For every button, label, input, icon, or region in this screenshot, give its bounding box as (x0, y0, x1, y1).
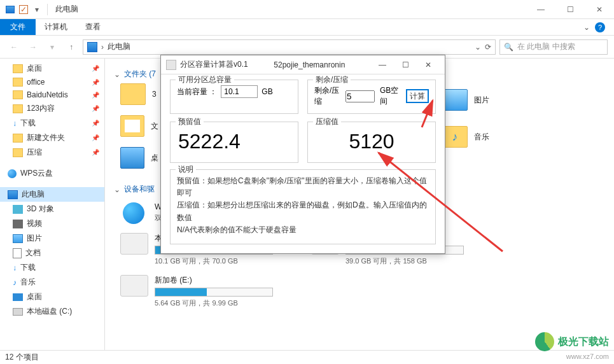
sidebar-item-video[interactable]: 视频 (0, 216, 104, 231)
sidebar-item-desktop2[interactable]: 桌面 (0, 290, 104, 304)
breadcrumb-segment[interactable]: 此电脑 (108, 41, 130, 52)
folder-label: 桌 (151, 153, 158, 164)
desktop-icon (13, 293, 23, 301)
music-folder-icon: ♪ (442, 126, 468, 148)
sidebar-item-download2[interactable]: ↓下载 (0, 260, 104, 275)
minimize-button[interactable]: — (371, 56, 394, 74)
sidebar-item-pictures[interactable]: 图片 (0, 231, 104, 246)
calculate-button[interactable]: 计算 (406, 89, 429, 103)
sidebar-item-label: 图片 (27, 233, 42, 244)
view-tab[interactable]: 查看 (76, 19, 109, 35)
dialog-titlebar[interactable]: 分区容量计算器v0.1 52pojie_themanronin — ☐ ✕ (161, 55, 445, 74)
ribbon-right: ⌄ ? (583, 19, 614, 35)
chevron-right-icon[interactable]: › (101, 43, 104, 52)
pin-icon: 📌 (92, 149, 99, 156)
divider (47, 4, 48, 15)
sidebar-item-label: 下载 (20, 262, 36, 273)
download-icon: ↓ (13, 263, 17, 272)
watermark-url: www.xz7.com (566, 353, 609, 360)
folder-label: 文 (151, 121, 158, 132)
maximize-button[interactable]: ☐ (394, 56, 417, 74)
device-name: 新加卷 (E:) (155, 275, 273, 286)
sidebar-item-drive-c[interactable]: 本地磁盘 (C:) (0, 304, 104, 319)
folder-label: 音乐 (474, 132, 489, 143)
folder-icon (13, 90, 23, 99)
sidebar-item-office[interactable]: office📌 (0, 76, 104, 88)
sidebar-item-baidu[interactable]: BaiduNetdis📌 (0, 88, 104, 101)
remain-compress-fieldset: 剩余/压缩 剩余/压缩 GB空间 计算 (307, 80, 436, 114)
status-bar: 12 个项目 (0, 350, 614, 364)
window-controls: — ☐ ✕ (526, 0, 614, 19)
history-dropdown[interactable]: ▾ (45, 39, 60, 55)
nav-sidebar: 桌面📌 office📌 BaiduNetdis📌 123内容📌 ↓下载📌 新建文… (0, 59, 105, 350)
device-sub: 39.0 GB 可用，共 158 GB (345, 256, 464, 266)
sidebar-item-desktop[interactable]: 桌面📌 (0, 61, 104, 76)
sidebar-item-label: 此电脑 (22, 189, 45, 200)
sidebar-item-downloads[interactable]: ↓下载📌 (0, 116, 104, 130)
drive-icon (13, 308, 23, 316)
dialog-subtitle: 52pojie_themanronin (248, 60, 371, 69)
folder-item[interactable]: 桌 (120, 147, 158, 169)
current-capacity-input[interactable] (221, 85, 258, 98)
forward-button[interactable]: → (25, 39, 41, 55)
partition-calculator-dialog: 分区容量计算器v0.1 52pojie_themanronin — ☐ ✕ 可用… (160, 55, 445, 254)
fieldset-legend: 预留值 (176, 116, 204, 127)
remain-compress-input[interactable] (345, 90, 375, 102)
sidebar-item-label: 下载 (20, 118, 36, 129)
expand-ribbon-icon[interactable]: ⌄ (583, 23, 590, 32)
picture-icon (13, 234, 23, 243)
wps-icon (8, 169, 17, 178)
pin-icon: 📌 (92, 134, 99, 141)
checkbox-icon[interactable]: ✓ (19, 5, 28, 14)
notes-fieldset: 说明 预留值：如果想给C盘剩余"剩余/压缩"里面的容量大小，压缩卷输入这个值即可… (170, 169, 436, 244)
minimize-button[interactable]: — (526, 0, 555, 19)
picture-icon (442, 89, 468, 111)
help-icon[interactable]: ? (595, 22, 605, 32)
sidebar-item-label: 123内容 (27, 103, 55, 114)
sidebar-item-music[interactable]: ♪音乐 (0, 275, 104, 290)
sidebar-item-label: 音乐 (20, 277, 36, 288)
document-icon (13, 248, 22, 258)
file-tab[interactable]: 文件 (0, 19, 36, 35)
folder-icon (120, 83, 146, 105)
sidebar-item-3d[interactable]: 3D 对象 (0, 202, 104, 216)
folder-icon (13, 64, 23, 73)
folder-item-pictures[interactable]: 图片 (442, 89, 582, 111)
folder-label: 3 (152, 90, 157, 99)
sidebar-item-compress[interactable]: 压缩📌 (0, 145, 104, 160)
app-icon (166, 60, 176, 70)
compress-value-fieldset: 压缩值 5120 (307, 122, 436, 163)
address-bar[interactable]: › 此电脑 ⌄ ⟳ (83, 39, 496, 55)
sidebar-item-newfolder[interactable]: 新建文件夹📌 (0, 130, 104, 145)
fieldset-legend: 压缩值 (313, 116, 341, 127)
device-drive-e[interactable]: 新加卷 (E:) 5.64 GB 可用，共 9.99 GB (120, 275, 273, 308)
window-title: 此电脑 (49, 4, 78, 15)
search-input[interactable]: 🔍 在 此电脑 中搜索 (499, 39, 608, 55)
pin-icon: 📌 (92, 65, 99, 72)
sidebar-item-label: 新建文件夹 (27, 132, 65, 143)
sidebar-item-label: 本地磁盘 (C:) (27, 306, 72, 317)
maximize-button[interactable]: ☐ (555, 0, 585, 19)
sidebar-item-wps[interactable]: WPS云盘 (0, 166, 104, 181)
pc-icon (8, 190, 18, 199)
section-title: 设备和驱 (124, 184, 155, 195)
folder-item[interactable]: 文 (120, 115, 158, 137)
sidebar-item-123[interactable]: 123内容📌 (0, 101, 104, 116)
refresh-icon[interactable]: ⟳ (485, 43, 491, 52)
dropdown-icon[interactable]: ▾ (32, 4, 42, 15)
watermark-logo-icon (535, 332, 554, 351)
folder-item-music[interactable]: ♪音乐 (442, 126, 582, 148)
folder-icon (13, 134, 23, 143)
dropdown-icon[interactable]: ⌄ (475, 43, 481, 52)
computer-tab[interactable]: 计算机 (36, 19, 76, 35)
sidebar-item-thispc[interactable]: 此电脑 (0, 187, 104, 202)
sidebar-item-documents[interactable]: 文档 (0, 246, 104, 260)
folder-item[interactable]: 3 (120, 83, 158, 105)
sidebar-item-label: office (27, 78, 45, 87)
window-titlebar: ✓ ▾ 此电脑 — ☐ ✕ (0, 0, 614, 19)
back-button[interactable]: ← (6, 39, 22, 55)
close-button[interactable]: ✕ (585, 0, 614, 19)
up-button[interactable]: ↑ (64, 39, 79, 55)
close-button[interactable]: ✕ (417, 56, 440, 74)
sidebar-item-label: 桌面 (27, 291, 42, 302)
